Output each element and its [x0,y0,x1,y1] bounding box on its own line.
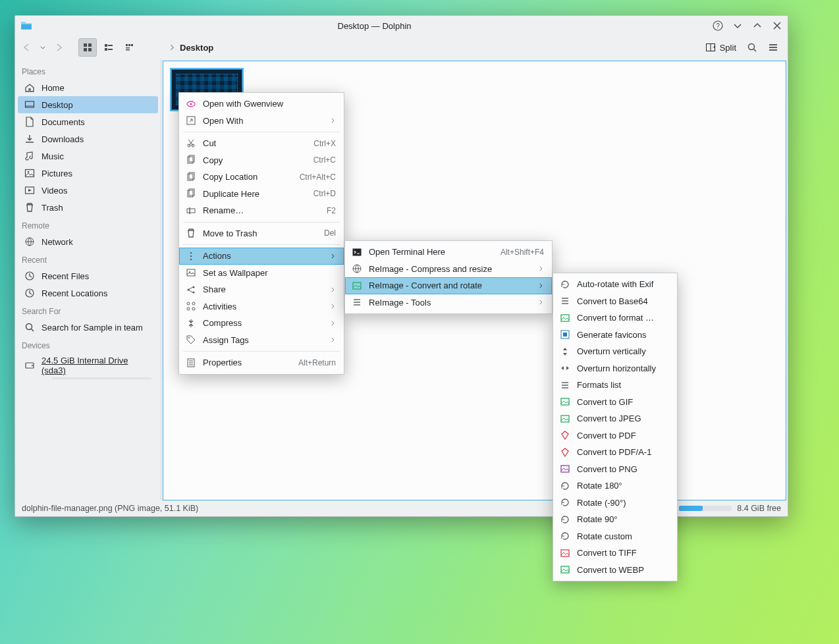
sidebar-item-videos[interactable]: Videos [18,182,158,199]
menu-item-shortcut: Ctrl+C [306,155,336,165]
sidebar-item-documents[interactable]: Documents [18,113,158,130]
menu-item-label: Convert to JPEG [577,414,669,423]
split-view-button[interactable]: Split [701,42,740,53]
sidebar-item-internal-drive[interactable]: 24.5 GiB Internal Drive (sda3) [18,353,158,381]
menu-item[interactable]: Convert to PDF/A-1 [553,444,677,461]
minimize-button[interactable] [732,20,743,31]
menu-item[interactable]: Formats list [553,377,677,394]
i-rotate-icon [560,279,570,290]
breadcrumb-current[interactable]: Desktop [180,43,213,53]
sidebar-item-desktop[interactable]: Desktop [18,96,158,113]
i-flip-h-icon [560,363,570,373]
menu-item[interactable]: Convert to PDF [553,427,677,444]
menu-item[interactable]: Overturn horizontally [553,360,677,377]
sidebar-item-music[interactable]: Music [18,148,158,165]
menu-item-label: Open with Gwenview [203,99,336,109]
menu-item[interactable]: ReImage - Convert and rotate [345,277,552,294]
menu-item[interactable]: ReImage - Compress and resize [345,261,552,278]
help-button[interactable] [713,20,723,31]
menu-item[interactable]: Rotate custom [553,528,677,545]
chevron-right-icon [329,320,336,327]
view-compact-button[interactable] [99,38,118,57]
menu-item-label: Move to Trash [203,228,310,238]
menu-item[interactable]: PropertiesAlt+Return [179,354,344,371]
i-image-r-icon [560,548,570,558]
search-icon [24,322,35,333]
sidebar-item-search-sample[interactable]: Search for Sample in team [18,319,158,336]
menu-item-label: Open With [203,116,323,126]
menu-item-label: Generate favicons [577,330,669,340]
menu-item[interactable]: Rotate 180° [553,477,677,495]
menu-item[interactable]: Rotate 90° [553,511,677,528]
menu-item[interactable]: ReImage - Tools [345,294,552,311]
menu-item-label: Convert to format … [577,313,669,323]
nav-back-button[interactable] [18,38,36,57]
i-compress-icon [186,318,196,329]
menu-item[interactable]: Rotate (-90°) [553,495,677,512]
menu-item[interactable]: CopyCtrl+C [179,152,344,169]
menu-item-label: Convert to PDF/A-1 [577,447,669,457]
i-image-g-icon [560,564,570,575]
menu-item[interactable]: Activities [179,298,344,315]
menu-item[interactable]: Compress [179,315,344,332]
menu-item[interactable]: Open with Gwenview [179,95,344,113]
sidebar-item-network[interactable]: Network [18,233,158,250]
menu-item[interactable]: Open Terminal HereAlt+Shift+F4 [345,244,552,261]
convert-rotate-submenu: Auto-rotate with ExifConvert to Base64Co… [553,273,678,581]
actions-submenu: Open Terminal HereAlt+Shift+F4ReImage - … [344,240,553,314]
sidebar-item-home[interactable]: Home [18,79,158,96]
view-icons-button[interactable] [78,38,97,57]
menu-item-label: Cut [203,138,299,148]
breadcrumb[interactable]: Desktop [168,43,213,53]
menu-item[interactable]: Assign Tags [179,332,344,349]
menu-item[interactable]: Convert to GIF [553,394,677,411]
clock-icon [24,271,35,281]
titlebar: Desktop — Dolphin [15,16,788,36]
menu-item[interactable]: Generate favicons [553,327,677,344]
menu-item-label: Rotate 90° [577,514,669,524]
hamburger-menu-button[interactable] [764,38,782,57]
sidebar-item-recent-locations[interactable]: Recent Locations [18,284,158,302]
menu-separator [183,222,340,223]
sidebar-item-trash[interactable]: Trash [18,199,158,216]
i-rename-icon [186,205,196,216]
menu-item[interactable]: Convert to format … [553,309,677,327]
sidebar-item-pictures[interactable]: Pictures [18,165,158,182]
menu-item[interactable]: Convert to WEBP [553,562,677,579]
chevron-right-icon [329,286,336,293]
menu-item[interactable]: Rename…F2 [179,202,344,219]
search-button[interactable] [743,38,761,57]
menu-item[interactable]: Convert to PNG [553,461,677,478]
maximize-button[interactable] [752,20,763,31]
trash-icon [24,202,35,213]
menu-item[interactable]: Convert to JPEG [553,410,677,427]
i-cut-icon [186,138,196,149]
nav-back-history[interactable] [39,44,47,51]
download-icon [24,134,35,144]
i-copy-icon [186,155,196,165]
menu-item-label: Rotate custom [577,531,669,541]
menu-item[interactable]: Copy LocationCtrl+Alt+C [179,169,344,186]
menu-item[interactable]: Convert to Base64 [553,293,677,310]
close-button[interactable] [772,20,782,31]
menu-item[interactable]: Move to TrashDel [179,225,344,242]
menu-item-shortcut: F2 [319,206,336,215]
chevron-right-icon [329,303,336,309]
menu-separator [183,351,340,352]
menu-item[interactable]: Actions [179,248,344,265]
menu-item[interactable]: Share [179,281,344,298]
menu-item[interactable]: Set as Wallpaper [179,265,344,282]
nav-forward-button[interactable] [49,38,68,57]
menu-item-label: Rotate 180° [577,481,669,491]
i-list-icon [560,380,570,390]
menu-item[interactable]: CutCtrl+X [179,135,344,152]
menu-item[interactable]: Open With [179,113,344,130]
menu-item[interactable]: Auto-rotate with Exif [553,276,677,293]
sidebar-item-recent-files[interactable]: Recent Files [18,267,158,284]
menu-item[interactable]: Duplicate HereCtrl+D [179,186,344,203]
sidebar-item-downloads[interactable]: Downloads [18,130,158,148]
menu-item[interactable]: Overturn vertically [553,343,677,360]
menu-item[interactable]: Convert to TIFF [553,545,677,562]
menu-item-label: Copy [203,155,299,165]
view-details-button[interactable] [121,38,139,57]
